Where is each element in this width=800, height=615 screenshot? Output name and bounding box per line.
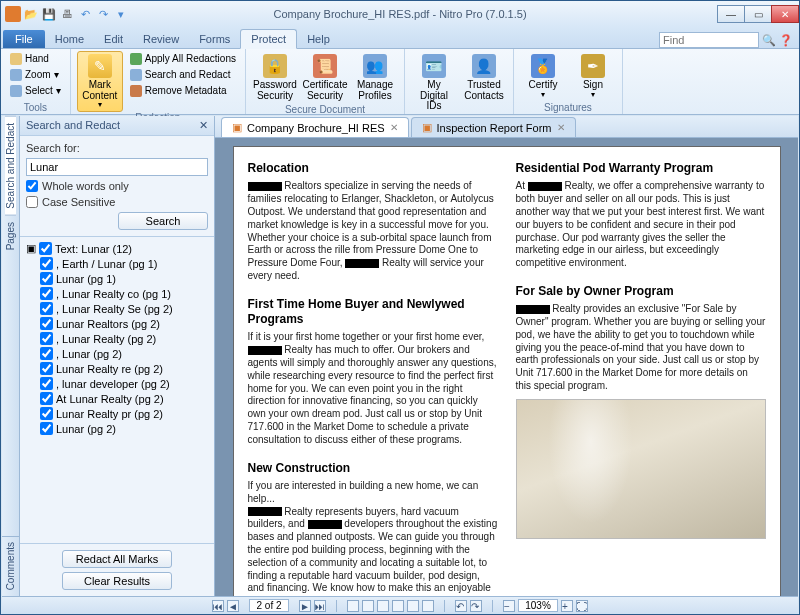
qat-undo-icon[interactable]: ↶ <box>77 6 93 22</box>
lock-icon: 🔒 <box>263 54 287 78</box>
zoom-indicator[interactable] <box>518 599 558 612</box>
redaction-mark <box>248 507 282 516</box>
qat-save-icon[interactable]: 💾 <box>41 6 57 22</box>
tab-protect[interactable]: Protect <box>240 29 297 49</box>
case-sensitive-checkbox[interactable]: Case Sensitive <box>26 196 208 208</box>
redaction-mark <box>248 182 282 191</box>
trusted-contacts[interactable]: 👤Trusted Contacts <box>461 51 507 115</box>
result-item[interactable]: Lunar (pg 1) <box>22 271 212 286</box>
results-tree[interactable]: ▣ Text: Lunar (12) , Earth / Lunar (pg 1… <box>20 236 214 543</box>
ribbon-icon: 🏅 <box>531 54 555 78</box>
mark-content-button[interactable]: ✎ Mark Content▾ <box>77 51 123 112</box>
panel-title: Search and Redact <box>26 119 120 132</box>
view-mode-icon[interactable] <box>377 600 389 612</box>
file-tab[interactable]: File <box>3 30 45 48</box>
page-indicator[interactable] <box>249 599 289 612</box>
close-icon[interactable]: ✕ <box>390 122 398 133</box>
tab-review[interactable]: Review <box>133 30 189 48</box>
result-item[interactable]: Lunar Realty re (pg 2) <box>22 361 212 376</box>
search-button[interactable]: Search <box>118 212 208 230</box>
select-tool[interactable]: Select ▾ <box>7 83 64 98</box>
redaction-mark <box>248 346 282 355</box>
maximize-button[interactable]: ▭ <box>744 5 772 23</box>
result-item[interactable]: Lunar (pg 2) <box>22 421 212 436</box>
contacts-icon: 👤 <box>472 54 496 78</box>
heading-fsbo: For Sale by Owner Program <box>516 284 766 299</box>
tab-forms[interactable]: Forms <box>189 30 240 48</box>
id-icon: 🪪 <box>422 54 446 78</box>
search-redact-panel: Search and Redact ✕ Search for: Whole wo… <box>20 116 215 596</box>
last-page-icon[interactable]: ⏭ <box>314 600 326 612</box>
password-security[interactable]: 🔒Password Security <box>252 51 298 104</box>
zoom-tool[interactable]: Zoom ▾ <box>7 67 64 82</box>
result-item[interactable]: , Lunar Realty co (pg 1) <box>22 286 212 301</box>
result-item[interactable]: , lunar developer (pg 2) <box>22 376 212 391</box>
result-item[interactable]: , Earth / Lunar (pg 1) <box>22 256 212 271</box>
zoom-icon <box>10 69 22 81</box>
clear-results-button[interactable]: Clear Results <box>62 572 172 590</box>
certificate-security[interactable]: 📜Certificate Security <box>302 51 348 104</box>
certificate-icon: 📜 <box>313 54 337 78</box>
rail-search-redact[interactable]: Search and Redact <box>5 116 16 216</box>
minimize-button[interactable]: — <box>717 5 745 23</box>
status-bar: ⏮◄ ►⏭ ↶ ↷ − + ⛶ <box>2 596 798 614</box>
group-tools: Tools <box>7 102 64 114</box>
search-term-input[interactable] <box>26 158 208 176</box>
document-viewport[interactable]: Relocation Realtors specialize in servin… <box>215 138 798 596</box>
results-root[interactable]: ▣ Text: Lunar (12) <box>22 241 212 256</box>
zoom-in-icon[interactable]: + <box>561 600 573 612</box>
view-mode-icon[interactable] <box>392 600 404 612</box>
tab-edit[interactable]: Edit <box>94 30 133 48</box>
prev-page-icon[interactable]: ◄ <box>227 600 239 612</box>
result-item[interactable]: Lunar Realty pr (pg 2) <box>22 406 212 421</box>
doc-tab-2[interactable]: ▣Inspection Report Form✕ <box>411 117 576 137</box>
select-icon <box>10 85 22 97</box>
fullscreen-icon[interactable]: ⛶ <box>576 600 588 612</box>
redact-all-button[interactable]: Redact All Marks <box>62 550 172 568</box>
rotate-right-icon[interactable]: ↷ <box>470 600 482 612</box>
group-signatures: Signatures <box>520 102 616 114</box>
hand-tool[interactable]: Hand <box>7 51 64 66</box>
search-for-label: Search for: <box>26 142 208 154</box>
result-item[interactable]: Lunar Realtors (pg 2) <box>22 316 212 331</box>
remove-metadata[interactable]: Remove Metadata <box>127 83 239 98</box>
find-input[interactable] <box>659 32 759 48</box>
first-page-icon[interactable]: ⏮ <box>212 600 224 612</box>
whole-words-checkbox[interactable]: Whole words only <box>26 180 208 192</box>
doc-tab-1[interactable]: ▣Company Brochure_HI RES✕ <box>221 117 409 137</box>
view-mode-icon[interactable] <box>407 600 419 612</box>
result-item[interactable]: , Lunar Realty Se (pg 2) <box>22 301 212 316</box>
view-mode-icon[interactable] <box>422 600 434 612</box>
app-icon <box>5 6 21 22</box>
rotate-left-icon[interactable]: ↶ <box>455 600 467 612</box>
panel-close-icon[interactable]: ✕ <box>199 119 208 132</box>
search-icon[interactable]: 🔍 <box>762 34 776 47</box>
tab-home[interactable]: Home <box>45 30 94 48</box>
my-digital-ids[interactable]: 🪪My Digital IDs <box>411 51 457 115</box>
tab-help[interactable]: Help <box>297 30 340 48</box>
rail-pages[interactable]: Pages <box>5 216 16 256</box>
rail-comments[interactable]: Comments <box>2 536 20 596</box>
qat-print-icon[interactable]: 🖶 <box>59 6 75 22</box>
result-item[interactable]: At Lunar Realty (pg 2) <box>22 391 212 406</box>
view-mode-icon[interactable] <box>347 600 359 612</box>
close-button[interactable]: ✕ <box>771 5 799 23</box>
zoom-out-icon[interactable]: − <box>503 600 515 612</box>
result-item[interactable]: , Lunar Realty (pg 2) <box>22 331 212 346</box>
apply-icon <box>130 53 142 65</box>
qat-redo-icon[interactable]: ↷ <box>95 6 111 22</box>
help-icon[interactable]: ❓ <box>779 34 793 47</box>
manage-profiles[interactable]: 👥Manage Profiles <box>352 51 398 104</box>
next-page-icon[interactable]: ► <box>299 600 311 612</box>
ribbon-tabs: File Home Edit Review Forms Protect Help… <box>1 27 799 49</box>
certify-button[interactable]: 🏅Certify▾ <box>520 51 566 102</box>
search-and-redact[interactable]: Search and Redact <box>127 67 239 82</box>
qat-more-icon[interactable]: ▾ <box>113 6 129 22</box>
redaction-mark <box>345 259 379 268</box>
sign-button[interactable]: ✒Sign▾ <box>570 51 616 102</box>
apply-redactions[interactable]: Apply All Redactions <box>127 51 239 66</box>
qat-open-icon[interactable]: 📂 <box>23 6 39 22</box>
view-mode-icon[interactable] <box>362 600 374 612</box>
result-item[interactable]: , Lunar (pg 2) <box>22 346 212 361</box>
close-icon[interactable]: ✕ <box>557 122 565 133</box>
